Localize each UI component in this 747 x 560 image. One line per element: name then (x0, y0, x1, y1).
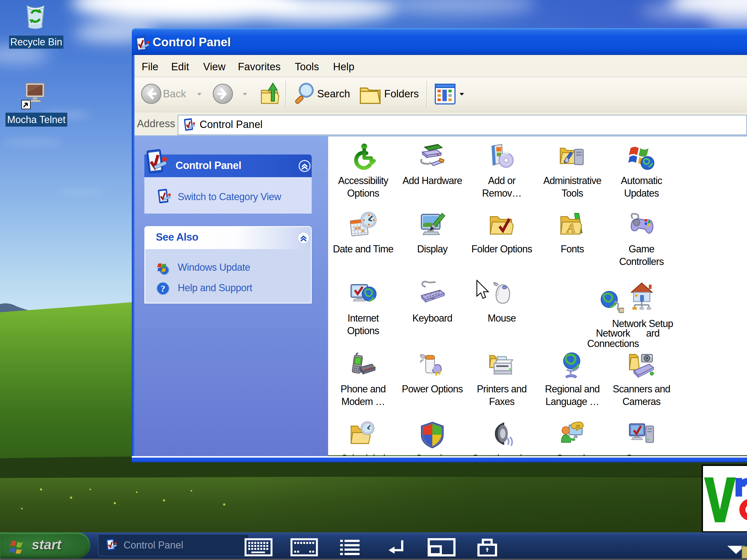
svg-text:A: A (566, 221, 575, 235)
svg-text:?: ? (161, 284, 165, 294)
